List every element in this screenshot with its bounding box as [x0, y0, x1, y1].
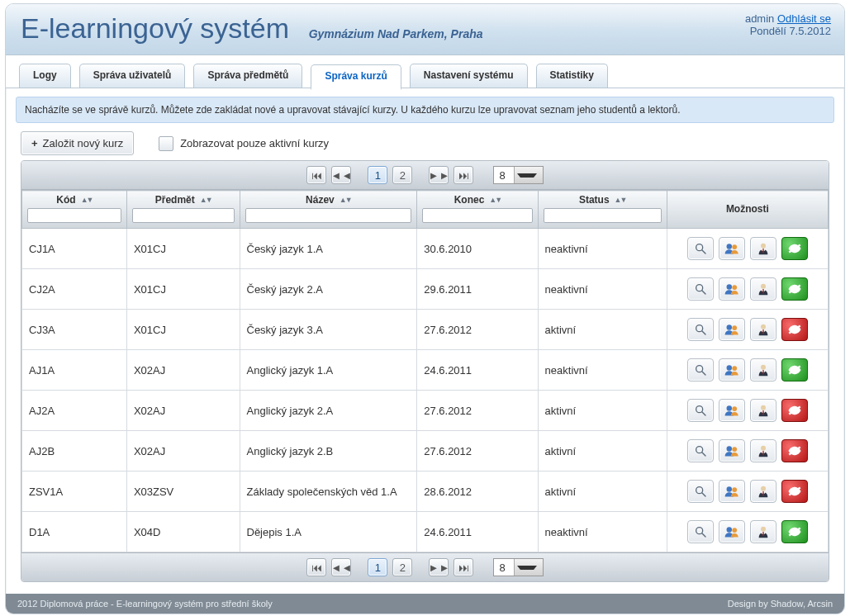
col-end-label: Konec — [454, 194, 485, 206]
tab-5[interactable]: Statistiky — [536, 64, 608, 88]
lecturers-button[interactable] — [750, 439, 776, 462]
lecturers-button[interactable] — [750, 358, 776, 381]
lecturers-button[interactable] — [750, 520, 776, 543]
table-row: CJ2AX01CJČeský jazyk 2.A29.6.2011neaktiv… — [22, 269, 829, 310]
view-button[interactable] — [687, 480, 714, 503]
students-button[interactable] — [719, 439, 745, 462]
tab-4[interactable]: Nastavení systému — [410, 64, 528, 88]
cell-actions — [667, 512, 828, 552]
table-row: ZSV1AX03ZSVZáklady společenských věd 1.A… — [22, 471, 829, 512]
page-size-select[interactable]: 8 — [493, 166, 543, 184]
svg-point-48 — [696, 487, 703, 494]
header: E-learningový systém Gymnázium Nad Parke… — [6, 4, 844, 55]
view-button[interactable] — [687, 399, 714, 422]
col-name-label: Název — [306, 194, 335, 206]
lecturer-icon — [757, 282, 770, 296]
course-table: ⏮◄◄12►►⏭8 Kód▲▼ Předmět▲▼ — [21, 160, 829, 582]
students-button[interactable] — [719, 520, 745, 543]
users-icon — [724, 444, 739, 457]
filter-subject-input[interactable] — [132, 208, 235, 223]
view-button[interactable] — [687, 277, 714, 301]
pager-next[interactable]: ►► — [429, 166, 449, 184]
pager-last[interactable]: ⏭ — [453, 166, 473, 184]
cell-subject: X03ZSV — [126, 471, 240, 512]
tab-2[interactable]: Správa předmětů — [193, 64, 302, 88]
prev-icon: ◄◄ — [331, 169, 353, 182]
toggle-active-button[interactable] — [781, 480, 808, 503]
svg-point-4 — [761, 244, 766, 249]
cell-actions — [667, 350, 828, 391]
page-size-select[interactable]: 8 — [493, 558, 543, 576]
pager-page-2[interactable]: 2 — [392, 558, 412, 576]
toggle-active-button[interactable] — [781, 318, 808, 341]
col-actions-label: Možnosti — [726, 203, 769, 215]
svg-rect-62 — [762, 532, 763, 536]
svg-point-56 — [696, 528, 703, 534]
toggle-active-button[interactable] — [781, 520, 808, 543]
svg-point-18 — [726, 325, 731, 329]
view-button[interactable] — [687, 318, 714, 341]
only-active-checkbox[interactable]: Zobrazovat pouze aktivní kurzy — [159, 136, 329, 151]
pager-last[interactable]: ⏭ — [453, 558, 473, 576]
cell-end: 24.6.2011 — [417, 512, 538, 552]
pager-prev[interactable]: ◄◄ — [331, 166, 351, 184]
view-button[interactable] — [687, 520, 714, 543]
users-icon — [724, 404, 739, 417]
lecturers-button[interactable] — [750, 399, 776, 422]
view-button[interactable] — [687, 237, 714, 260]
toggle-active-button[interactable] — [781, 358, 808, 381]
table-row: D1AX04DDějepis 1.A24.6.2011neaktivní — [22, 512, 829, 552]
col-status-header[interactable]: Status▲▼ — [538, 191, 667, 229]
tab-3[interactable]: Správa kurzů — [311, 64, 401, 90]
svg-point-50 — [726, 486, 731, 491]
view-button[interactable] — [687, 439, 714, 462]
toggle-active-button[interactable] — [781, 439, 808, 462]
pager-first[interactable]: ⏮ — [306, 558, 326, 576]
students-button[interactable] — [719, 399, 745, 422]
lecturers-button[interactable] — [750, 318, 776, 341]
students-button[interactable] — [719, 358, 745, 381]
filter-status-input[interactable] — [544, 208, 662, 223]
cell-subject: X02AJ — [126, 391, 240, 431]
lecturers-button[interactable] — [750, 277, 776, 301]
pager-page-2[interactable]: 2 — [392, 166, 412, 184]
toggle-active-button[interactable] — [781, 237, 808, 260]
lecturers-button[interactable] — [750, 480, 776, 503]
students-button[interactable] — [719, 277, 745, 301]
pager-prev[interactable]: ◄◄ — [331, 558, 351, 576]
col-code-header[interactable]: Kód▲▼ — [22, 191, 127, 229]
search-icon — [694, 485, 707, 498]
eye-icon — [787, 486, 802, 496]
toggle-active-button[interactable] — [781, 277, 808, 301]
filter-code-input[interactable] — [27, 208, 121, 223]
page-size-value: 8 — [494, 169, 513, 182]
lecturers-button[interactable] — [750, 237, 776, 260]
view-button[interactable] — [687, 358, 714, 381]
svg-point-36 — [761, 405, 766, 410]
students-button[interactable] — [719, 480, 745, 503]
students-button[interactable] — [719, 318, 745, 341]
new-course-button[interactable]: + Založit nový kurz — [21, 131, 134, 155]
filter-end-input[interactable] — [422, 208, 532, 223]
pager-next[interactable]: ►► — [429, 558, 449, 576]
logout-link[interactable]: Odhlásit se — [777, 12, 831, 25]
first-icon: ⏮ — [311, 562, 322, 574]
pager-page-1[interactable]: 1 — [368, 166, 387, 184]
table-row: CJ1AX01CJČeský jazyk 1.A30.6.2010neaktiv… — [22, 229, 829, 269]
col-subject-header[interactable]: Předmět▲▼ — [126, 191, 240, 229]
filter-name-input[interactable] — [245, 208, 412, 223]
pager-page-1[interactable]: 1 — [368, 558, 387, 576]
only-active-label: Zobrazovat pouze aktivní kurzy — [180, 137, 329, 149]
tab-1[interactable]: Správa uživatelů — [79, 64, 186, 88]
students-button[interactable] — [719, 237, 745, 260]
pager-first[interactable]: ⏮ — [306, 166, 326, 184]
svg-line-9 — [702, 291, 705, 294]
cell-code: CJ1A — [22, 229, 127, 269]
tab-0[interactable]: Logy — [19, 64, 71, 88]
col-end-header[interactable]: Konec▲▼ — [417, 191, 538, 229]
cell-status: aktivní — [538, 310, 667, 350]
cell-subject: X02AJ — [126, 431, 240, 471]
cell-subject: X02AJ — [126, 350, 240, 391]
col-name-header[interactable]: Název▲▼ — [240, 191, 417, 229]
toggle-active-button[interactable] — [781, 399, 808, 422]
